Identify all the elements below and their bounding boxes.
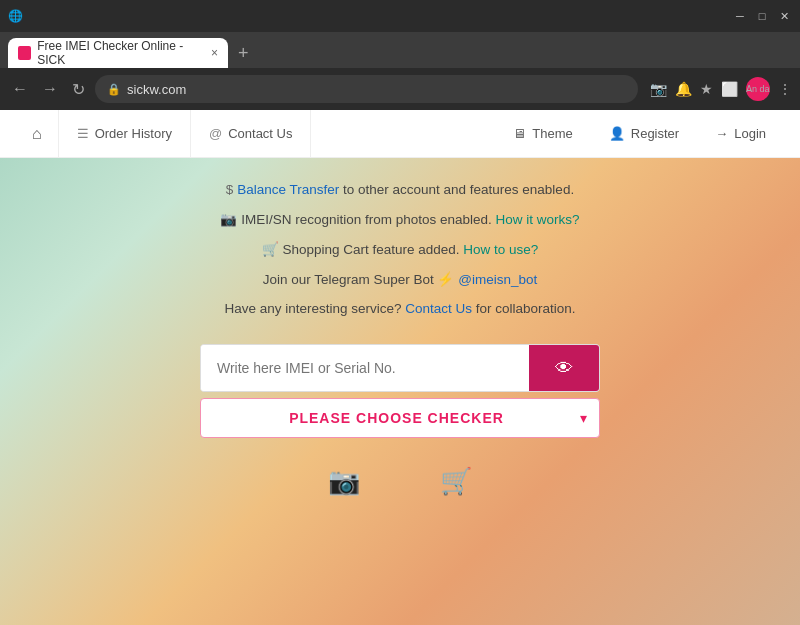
theme-icon: 🖥 xyxy=(513,126,526,141)
site-navbar: ⌂ ☰ Order History @ Contact Us 🖥 Theme 👤… xyxy=(0,110,800,158)
telegram-text: Join our Telegram Super Bot ⚡ xyxy=(263,272,455,287)
cart-feature-icon: 🛒 xyxy=(262,242,279,257)
profile-button[interactable]: Ẩn danh (2) xyxy=(746,77,770,101)
feature-telegram: Join our Telegram Super Bot ⚡ @imeisn_bo… xyxy=(16,271,784,287)
imei-form: 👁 PLEASE CHOOSE CHECKER ▾ xyxy=(200,344,600,438)
nav-login-label: Login xyxy=(734,126,766,141)
imei-input-row: 👁 xyxy=(200,344,600,392)
camera-action-icon[interactable]: 📷 xyxy=(328,466,360,497)
order-history-icon: ☰ xyxy=(77,126,89,141)
new-tab-button[interactable]: + xyxy=(230,38,257,68)
browser-tabbar: Free IMEI Checker Online - SICK × + xyxy=(0,32,800,68)
lock-icon: 🔒 xyxy=(107,83,121,96)
contact-us-link[interactable]: Contact Us xyxy=(405,301,472,316)
feature-collaboration: Have any interesting service? Contact Us… xyxy=(16,301,784,316)
login-icon: → xyxy=(715,126,728,141)
tab-close-button[interactable]: × xyxy=(211,46,218,60)
contact-us-icon: @ xyxy=(209,126,222,141)
nav-contact-us[interactable]: @ Contact Us xyxy=(191,110,312,158)
back-button[interactable]: ← xyxy=(8,76,32,102)
telegram-bot-link[interactable]: @imeisn_bot xyxy=(458,272,537,287)
camera-feature-icon: 📷 xyxy=(220,212,237,227)
browser-addressbar: ← → ↻ 🔒 sickw.com 📷 🔔 ★ ⬜ Ẩn danh (2) ⋮ xyxy=(0,68,800,110)
how-to-use-link[interactable]: How to use? xyxy=(463,242,538,257)
browser-logo: 🌐 xyxy=(8,9,23,23)
balance-transfer-link[interactable]: Balance Transfer xyxy=(237,182,339,197)
browser-menu-button[interactable]: ⋮ xyxy=(778,81,792,97)
minimize-button[interactable]: ─ xyxy=(732,8,748,24)
collaboration-prefix: Have any interesting service? xyxy=(224,301,401,316)
register-icon: 👤 xyxy=(609,126,625,141)
reload-button[interactable]: ↻ xyxy=(68,76,89,103)
chevron-down-icon: ▾ xyxy=(580,410,587,426)
checker-select-label: PLEASE CHOOSE CHECKER xyxy=(213,410,580,426)
nav-order-history[interactable]: ☰ Order History xyxy=(59,110,191,158)
nav-register-label: Register xyxy=(631,126,679,141)
tab-favicon xyxy=(18,46,31,60)
imei-submit-button[interactable]: 👁 xyxy=(529,345,599,391)
bookmark-icon[interactable]: ★ xyxy=(700,81,713,97)
checker-select-row[interactable]: PLEASE CHOOSE CHECKER ▾ xyxy=(200,398,600,438)
nav-login[interactable]: → Login xyxy=(697,110,784,158)
browser-actions: 📷 🔔 ★ ⬜ Ẩn danh (2) ⋮ xyxy=(650,77,792,101)
nav-theme[interactable]: 🖥 Theme xyxy=(495,110,590,158)
url-text: sickw.com xyxy=(127,82,186,97)
action-icons: 📷 🛒 xyxy=(16,466,784,497)
eye-icon: 👁 xyxy=(555,358,573,379)
imei-input[interactable] xyxy=(201,345,529,391)
active-tab[interactable]: Free IMEI Checker Online - SICK × xyxy=(8,38,228,68)
nav-theme-label: Theme xyxy=(532,126,572,141)
browser-titlebar: 🌐 ─ □ ✕ xyxy=(0,0,800,32)
maximize-button[interactable]: □ xyxy=(754,8,770,24)
nav-home-button[interactable]: ⌂ xyxy=(16,110,59,158)
nav-order-history-label: Order History xyxy=(95,126,172,141)
forward-button[interactable]: → xyxy=(38,76,62,102)
collaboration-suffix: for collaboration. xyxy=(476,301,576,316)
dollar-icon: $ xyxy=(226,182,234,197)
balance-transfer-text: to other account and features enabled. xyxy=(343,182,574,197)
imei-recognition-text: IMEI/SN recognition from photos enabled. xyxy=(241,212,492,227)
address-bar[interactable]: 🔒 sickw.com xyxy=(95,75,638,103)
feature-imei-recognition: 📷 IMEI/SN recognition from photos enable… xyxy=(16,211,784,227)
tab-title: Free IMEI Checker Online - SICK xyxy=(37,39,205,67)
close-button[interactable]: ✕ xyxy=(776,8,792,24)
shopping-cart-text: Shopping Cart feature added. xyxy=(282,242,459,257)
profile-label: Ẩn danh (2) xyxy=(746,84,770,94)
notifications-icon[interactable]: 🔔 xyxy=(675,81,692,97)
extension-icon[interactable]: ⬜ xyxy=(721,81,738,97)
nav-register[interactable]: 👤 Register xyxy=(591,110,697,158)
how-it-works-link[interactable]: How it works? xyxy=(496,212,580,227)
screenshot-icon[interactable]: 📷 xyxy=(650,81,667,97)
cart-action-icon[interactable]: 🛒 xyxy=(440,466,472,497)
main-content: $ Balance Transfer to other account and … xyxy=(0,158,800,521)
window-controls: ─ □ ✕ xyxy=(732,8,792,24)
nav-contact-us-label: Contact Us xyxy=(228,126,292,141)
feature-balance-transfer: $ Balance Transfer to other account and … xyxy=(16,182,784,197)
home-icon: ⌂ xyxy=(32,125,42,143)
page-wrapper: ⌂ ☰ Order History @ Contact Us 🖥 Theme 👤… xyxy=(0,110,800,625)
feature-shopping-cart: 🛒 Shopping Cart feature added. How to us… xyxy=(16,241,784,257)
